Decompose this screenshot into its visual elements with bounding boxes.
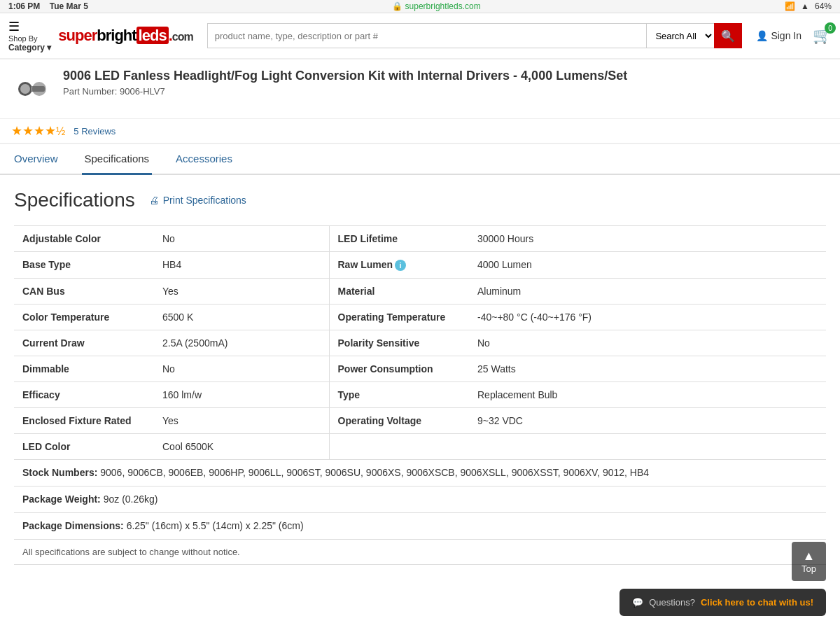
spec-value-left: Yes <box>154 408 329 434</box>
search-button[interactable]: 🔍 <box>714 23 742 48</box>
spec-value-left: Yes <box>154 279 329 304</box>
product-thumbnail <box>11 68 53 110</box>
table-row: CAN BusYesMaterialAluminum <box>14 279 826 304</box>
status-icons: 📶 ▲ 64% <box>785 1 832 11</box>
table-row: Current Draw2.5A (2500mA)Polarity Sensit… <box>14 330 826 356</box>
package-dimensions-row: Package Dimensions: 6.25" (16cm) x 5.5" … <box>14 513 826 540</box>
print-specifications-link[interactable]: 🖨 Print Specifications <box>149 195 246 206</box>
spec-label-left: LED Color <box>14 434 154 460</box>
table-row: Color Temperature6500 KOperating Tempera… <box>14 304 826 330</box>
tab-accessories[interactable]: Accessories <box>173 144 235 175</box>
wifi-icon: 📶 <box>785 1 795 11</box>
category-label: Category ▾ <box>8 43 51 52</box>
specs-table: Adjustable ColorNoLED Lifetime30000 Hour… <box>14 225 826 460</box>
svg-point-3 <box>32 82 46 96</box>
hamburger-icon: ☰ <box>8 19 20 34</box>
spec-label-left: CAN Bus <box>14 279 154 304</box>
spec-value-right: Aluminum <box>469 279 826 304</box>
disclaimer: All specifications are subject to change… <box>14 540 826 565</box>
sign-in-label: Sign In <box>771 30 802 41</box>
package-weight-value: 9oz (0.26kg) <box>104 493 158 505</box>
spec-header: Specifications 🖨 Print Specifications <box>14 189 826 211</box>
table-row: Base TypeHB4Raw Lumeni4000 Lumen <box>14 252 826 279</box>
spec-value-left: 160 lm/w <box>154 382 329 408</box>
tab-overview[interactable]: Overview <box>11 144 61 175</box>
back-to-top-label: Top <box>802 564 816 574</box>
stock-numbers-label: Stock Numbers: <box>22 467 97 478</box>
reviews-link[interactable]: 5 Reviews <box>74 126 115 136</box>
spec-label-right: Operating Temperature <box>329 304 469 330</box>
stock-numbers-value: 9006, 9006CB, 9006EB, 9006HP, 9006LL, 90… <box>100 467 649 478</box>
spec-label-left: Base Type <box>14 252 154 279</box>
spec-value-right: 9~32 VDC <box>469 408 826 434</box>
spec-value-right: 25 Watts <box>469 356 826 382</box>
package-dimensions-label: Package Dimensions: <box>22 520 124 531</box>
spec-label-right: Polarity Sensitive <box>329 330 469 356</box>
back-to-top-button[interactable]: ▲ Top <box>792 542 826 579</box>
logo[interactable]: superbrightleds.com <box>58 27 192 45</box>
package-weight-row: Package Weight: 9oz (0.26kg) <box>14 486 826 513</box>
spec-title: Specifications <box>14 189 135 211</box>
spec-label-left: Current Draw <box>14 330 154 356</box>
spec-label-right: Operating Voltage <box>329 408 469 434</box>
spec-value-left: No <box>154 226 329 252</box>
product-header: 9006 LED Fanless Headlight/Fog Light Con… <box>0 59 840 119</box>
spec-label-left: Efficacy <box>14 382 154 408</box>
up-arrow-icon: ▲ <box>802 549 816 564</box>
table-row: Efficacy160 lm/wTypeReplacement Bulb <box>14 382 826 408</box>
search-icon: 🔍 <box>721 29 735 43</box>
spec-label-left: Color Temperature <box>14 304 154 330</box>
spec-label-left: Adjustable Color <box>14 226 154 252</box>
shop-by-label: Shop By <box>8 34 38 43</box>
spec-label-right: Type <box>329 382 469 408</box>
date: Tue Mar 5 <box>50 1 88 11</box>
tab-specifications[interactable]: Specifications <box>82 144 153 175</box>
status-bar: 1:06 PM Tue Mar 5 🔒 superbrightleds.com … <box>0 0 840 13</box>
info-icon[interactable]: i <box>395 260 406 271</box>
part-number: Part Number: 9006-HLV7 <box>63 86 627 97</box>
spec-label-right: Raw Lumeni <box>329 252 469 279</box>
svg-point-1 <box>20 84 30 94</box>
spec-value-left: HB4 <box>154 252 329 279</box>
table-row: DimmableNoPower Consumption25 Watts <box>14 356 826 382</box>
battery-level: 64% <box>815 1 832 11</box>
spec-value-right: -40~+80 °C (-40~+176 °F) <box>469 304 826 330</box>
spec-value-left: 6500 K <box>154 304 329 330</box>
table-row: LED ColorCool 6500K <box>14 434 826 460</box>
tabs: Overview Specifications Accessories <box>0 144 840 175</box>
spec-label-left: Enclosed Fixture Rated <box>14 408 154 434</box>
cart-badge: 0 <box>825 22 836 34</box>
spec-value-left: No <box>154 356 329 382</box>
spec-value-right <box>469 434 826 460</box>
star-rating: ★★★★½ <box>11 123 65 139</box>
package-weight-label: Package Weight: <box>22 493 101 505</box>
search-area: Search All 🔍 <box>207 23 743 48</box>
nav-right: 👤 Sign In 🛒 0 <box>756 27 832 45</box>
product-meta: ★★★★½ 5 Reviews <box>0 119 840 144</box>
stock-numbers-row: Stock Numbers: 9006, 9006CB, 9006EB, 900… <box>14 460 826 486</box>
spec-value-right: 4000 Lumen <box>469 252 826 279</box>
table-row: Adjustable ColorNoLED Lifetime30000 Hour… <box>14 226 826 252</box>
cart-button[interactable]: 🛒 0 <box>813 27 832 45</box>
spec-label-right <box>329 434 469 460</box>
lock-icon: 🔒 <box>392 1 402 11</box>
spec-label-right: LED Lifetime <box>329 226 469 252</box>
product-info: 9006 LED Fanless Headlight/Fog Light Con… <box>63 68 627 97</box>
spec-label-right: Power Consumption <box>329 356 469 382</box>
signal-icon: ▲ <box>801 1 809 11</box>
user-icon: 👤 <box>756 30 768 41</box>
spec-value-left: 2.5A (2500mA) <box>154 330 329 356</box>
spec-value-left: Cool 6500K <box>154 434 329 460</box>
sign-in-button[interactable]: 👤 Sign In <box>756 30 802 41</box>
spec-value-right: 30000 Hours <box>469 226 826 252</box>
shop-by-button[interactable]: ☰ Shop By Category ▾ <box>8 19 51 52</box>
chevron-icon: ▾ <box>47 43 51 52</box>
time: 1:06 PM <box>8 1 40 11</box>
time-date: 1:06 PM Tue Mar 5 <box>8 1 88 11</box>
package-dimensions-value: 6.25" (16cm) x 5.5" (14cm) x 2.25" (6cm) <box>127 520 304 531</box>
table-row: Enclosed Fixture RatedYesOperating Volta… <box>14 408 826 434</box>
search-input[interactable] <box>207 23 647 48</box>
spec-value-right: No <box>469 330 826 356</box>
search-category-dropdown[interactable]: Search All <box>646 23 714 48</box>
main-content: Specifications 🖨 Print Specifications Ad… <box>0 175 840 579</box>
